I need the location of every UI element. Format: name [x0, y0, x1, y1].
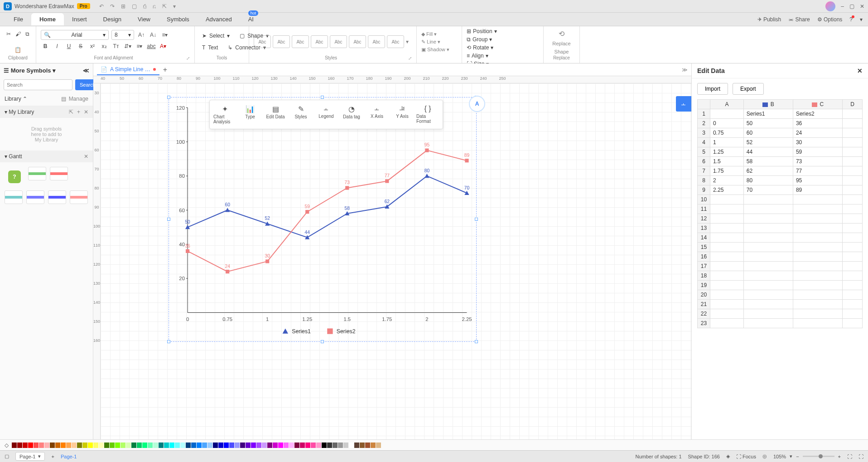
- font-expand-icon[interactable]: ⤢: [186, 56, 190, 61]
- focus-button[interactable]: ⛶ Focus: [736, 454, 756, 459]
- color-swatch[interactable]: [164, 443, 169, 448]
- avatar[interactable]: [825, 1, 835, 11]
- shadow-button[interactable]: ▣ Shadow ▾: [421, 47, 449, 53]
- align-menu-icon[interactable]: ≡▾: [160, 30, 169, 39]
- new-icon[interactable]: ⊞: [121, 3, 125, 10]
- chart-tool-styles[interactable]: ✎Styles: [289, 103, 313, 126]
- gantt-header[interactable]: ▾ Gantt: [5, 153, 22, 160]
- save-icon[interactable]: ⎙: [143, 3, 146, 10]
- help-fab-icon[interactable]: ?: [8, 170, 21, 183]
- mylibrary-header[interactable]: ▾ My Library: [5, 109, 34, 115]
- color-swatch[interactable]: [224, 443, 229, 448]
- underline-icon[interactable]: U: [64, 42, 73, 51]
- options-button[interactable]: ⚙ Options: [817, 16, 843, 23]
- style-thumb[interactable]: Abc: [368, 35, 385, 48]
- color-swatch[interactable]: [186, 443, 191, 448]
- menu-advanced[interactable]: Advanced: [198, 13, 240, 25]
- page-tab[interactable]: Page-1: [61, 454, 77, 459]
- zoom-out-button[interactable]: −: [796, 454, 799, 459]
- chart-tool-chart-analysis[interactable]: ✦Chart Analysis: [212, 103, 237, 126]
- gantt-thumb[interactable]: [28, 167, 46, 180]
- resize-handle[interactable]: [475, 340, 478, 343]
- mylib-export-icon[interactable]: ⇱: [69, 109, 73, 115]
- color-swatch[interactable]: [104, 443, 109, 448]
- color-swatch[interactable]: [23, 443, 28, 448]
- menu-view[interactable]: View: [130, 13, 159, 25]
- color-swatch[interactable]: [72, 443, 77, 448]
- chart-selection[interactable]: A 2040608010012000.7511.251.51.7522.2550…: [169, 97, 477, 342]
- resize-handle[interactable]: [167, 218, 170, 221]
- text-tool[interactable]: T Text: [199, 44, 221, 52]
- color-swatch[interactable]: [115, 443, 120, 448]
- color-swatch[interactable]: [338, 443, 343, 448]
- strike-icon[interactable]: S: [76, 42, 85, 51]
- layout-icon[interactable]: ▢: [5, 453, 9, 459]
- color-swatch[interactable]: [289, 443, 294, 448]
- color-swatch[interactable]: [50, 443, 55, 448]
- style-thumb[interactable]: Abc: [311, 35, 328, 48]
- close-panel-icon[interactable]: ✕: [857, 67, 863, 74]
- color-swatch[interactable]: [305, 443, 310, 448]
- color-swatch[interactable]: [99, 443, 104, 448]
- style-thumb[interactable]: Abc: [273, 35, 290, 48]
- color-swatch[interactable]: [39, 443, 44, 448]
- import-button[interactable]: Import: [697, 83, 728, 95]
- chart-ai-badge-icon[interactable]: A: [469, 96, 485, 112]
- help-icon[interactable]: ?: [849, 16, 853, 23]
- color-swatch[interactable]: [229, 443, 234, 448]
- italic-icon[interactable]: I: [53, 42, 62, 51]
- position-button[interactable]: ⊞ Position▾: [467, 28, 502, 34]
- chart-tool-x-axis[interactable]: ⫠X Axis: [365, 103, 389, 126]
- menu-design[interactable]: Design: [95, 13, 130, 25]
- style-thumb[interactable]: Abc: [387, 35, 404, 48]
- brush-icon[interactable]: 🖌: [15, 31, 21, 37]
- page-select[interactable]: Page-1 ▾: [15, 452, 45, 461]
- styles-more-icon[interactable]: ▾: [406, 39, 409, 45]
- color-swatch[interactable]: [28, 443, 33, 448]
- qa-more-icon[interactable]: ▾: [173, 3, 176, 10]
- menu-insert[interactable]: Insert: [64, 13, 95, 25]
- collapse-panel-icon[interactable]: ≪: [83, 67, 89, 74]
- color-swatch[interactable]: [148, 443, 153, 448]
- add-page-button[interactable]: +: [51, 454, 54, 459]
- color-swatch[interactable]: [365, 443, 370, 448]
- font-size-select[interactable]: 8 ▾: [111, 30, 134, 40]
- manage-button[interactable]: ▤ Manage: [61, 96, 88, 102]
- chart-tool-edit-data[interactable]: ▤Edit Data: [263, 103, 288, 126]
- resize-handle[interactable]: [321, 96, 324, 99]
- chart-tool-legend[interactable]: ⫠Legend: [314, 103, 338, 126]
- doc-tab[interactable]: 📄 A Simple Line …: [97, 64, 159, 75]
- color-swatch[interactable]: [349, 443, 354, 448]
- color-swatch[interactable]: [235, 443, 240, 448]
- color-swatch[interactable]: [311, 443, 316, 448]
- color-swatch[interactable]: [316, 443, 321, 448]
- fitpage-icon[interactable]: ⛶: [847, 454, 852, 459]
- chart-tool-data-tag[interactable]: ◔Data tag: [339, 103, 364, 126]
- data-grid[interactable]: ABCD1Series1Series220503630.756024415230…: [692, 99, 868, 439]
- target-icon[interactable]: ◎: [762, 453, 767, 459]
- color-swatch[interactable]: [240, 443, 245, 448]
- subscript-icon[interactable]: x₂: [100, 42, 109, 51]
- symbol-search-input[interactable]: [4, 79, 72, 90]
- color-swatch[interactable]: [44, 443, 49, 448]
- open-icon[interactable]: ▢: [132, 3, 137, 10]
- superscript-icon[interactable]: x²: [88, 42, 97, 51]
- gantt-close-icon[interactable]: ✕: [84, 153, 88, 160]
- shrink-font-icon[interactable]: A↓: [149, 30, 158, 39]
- color-swatch[interactable]: [66, 443, 71, 448]
- linespacing-icon[interactable]: ⇵▾: [123, 42, 132, 51]
- fullscreen-icon[interactable]: ⛶: [858, 454, 863, 459]
- color-swatch[interactable]: [153, 443, 158, 448]
- rotate-button[interactable]: ⟲ Rotate▾: [467, 44, 502, 51]
- color-swatch[interactable]: [284, 443, 289, 448]
- layers-icon[interactable]: ◈: [726, 453, 730, 459]
- select-tool[interactable]: ➤ Select ▾: [199, 32, 232, 40]
- color-swatch[interactable]: [126, 443, 131, 448]
- export-icon[interactable]: ⇱: [162, 3, 167, 10]
- color-swatch[interactable]: [131, 443, 136, 448]
- color-swatch[interactable]: [121, 443, 125, 448]
- gantt-thumb[interactable]: [50, 167, 68, 180]
- minimize-button[interactable]: –: [841, 3, 844, 10]
- grow-font-icon[interactable]: A↑: [137, 30, 146, 39]
- paste-icon[interactable]: 📋: [14, 47, 21, 53]
